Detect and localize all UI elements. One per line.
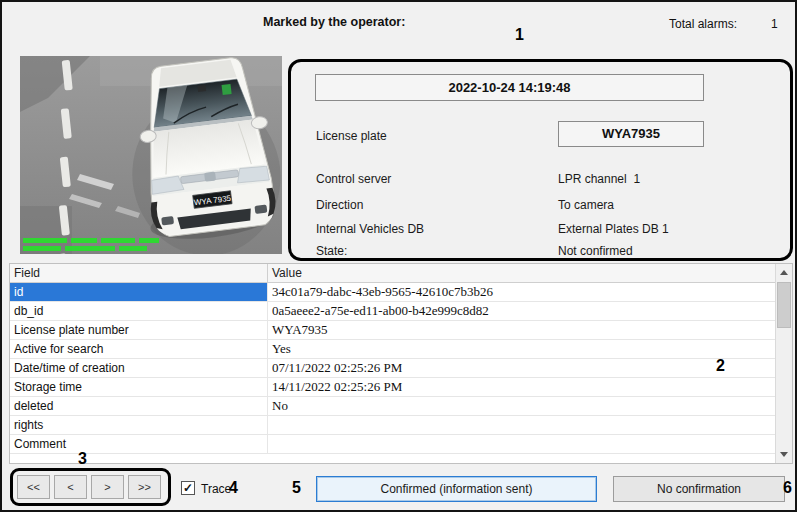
event-datetime-box: 2022-10-24 14:19:48 bbox=[315, 74, 704, 101]
camera-snapshot: WYA 7935 bbox=[20, 56, 282, 254]
scroll-up-icon bbox=[780, 270, 788, 275]
field-cell[interactable]: Date/time of creation bbox=[10, 359, 268, 377]
table-row[interactable]: db_id 0a5aeee2-a75e-ed11-ab00-b42e999c8d… bbox=[10, 302, 775, 321]
value-cell[interactable]: WYA7935 bbox=[268, 321, 775, 339]
table-row[interactable]: Storage time 14/11/2022 02:25:26 PM bbox=[10, 378, 775, 397]
field-cell[interactable]: Storage time bbox=[10, 378, 268, 396]
page-title: Marked by the operator: bbox=[263, 15, 405, 29]
annotation-4: 4 bbox=[229, 479, 238, 497]
trace-label: Trace bbox=[201, 482, 231, 496]
table-row[interactable]: Active for search Yes bbox=[10, 340, 775, 359]
field-cell[interactable]: Comment bbox=[10, 435, 268, 453]
table-row[interactable]: deleted No bbox=[10, 397, 775, 416]
field-cell[interactable]: deleted bbox=[10, 397, 268, 415]
nav-last-button[interactable]: >> bbox=[128, 475, 161, 499]
annotation-5: 5 bbox=[292, 479, 301, 497]
value-cell[interactable]: 14/11/2022 02:25:26 PM bbox=[268, 378, 775, 396]
nav-first-button[interactable]: << bbox=[17, 475, 50, 499]
table-row[interactable]: id 34c01a79-dabc-43eb-9565-42610c7b3b26 bbox=[10, 283, 775, 302]
vertical-scrollbar[interactable] bbox=[775, 264, 792, 463]
checkmark-icon: ✓ bbox=[183, 482, 193, 494]
table-row[interactable]: Date/time of creation 07/11/2022 02:25:2… bbox=[10, 359, 775, 378]
direction-label: Direction bbox=[316, 198, 363, 212]
direction-value: To camera bbox=[558, 198, 614, 212]
value-cell[interactable]: Yes bbox=[268, 340, 775, 358]
internal-db-value: External Plates DB 1 bbox=[558, 222, 669, 236]
trace-checkbox[interactable]: ✓ bbox=[181, 481, 195, 495]
field-cell[interactable]: id bbox=[10, 283, 268, 301]
total-alarms-value: 1 bbox=[771, 17, 778, 31]
table-row[interactable]: License plate number WYA7935 bbox=[10, 321, 775, 340]
annotation-3: 3 bbox=[78, 450, 87, 468]
field-cell[interactable]: db_id bbox=[10, 302, 268, 320]
internal-db-label: Internal Vehicles DB bbox=[316, 222, 424, 236]
confirmed-button[interactable]: Confirmed (information sent) bbox=[316, 476, 597, 502]
table-header-row: Field Value bbox=[10, 264, 775, 283]
column-header-value[interactable]: Value bbox=[268, 264, 775, 282]
windshield-sticker bbox=[222, 84, 232, 95]
value-cell[interactable]: No bbox=[268, 397, 775, 415]
table-row[interactable]: Comment bbox=[10, 435, 775, 454]
lpr-alarm-window: Marked by the operator: Total alarms: 1 … bbox=[0, 0, 797, 512]
value-cell[interactable] bbox=[268, 416, 775, 434]
control-server-label: Control server bbox=[316, 172, 391, 186]
nav-prev-button[interactable]: < bbox=[54, 475, 87, 499]
column-header-field[interactable]: Field bbox=[10, 264, 268, 282]
scroll-down-button[interactable] bbox=[776, 446, 792, 463]
state-value: Not confirmed bbox=[558, 244, 633, 258]
scroll-down-icon bbox=[780, 452, 788, 457]
field-cell[interactable]: Active for search bbox=[10, 340, 268, 358]
properties-table: Field Value id 34c01a79-dabc-43eb-9565-4… bbox=[9, 263, 793, 464]
license-plate-label: License plate bbox=[316, 129, 387, 143]
scrollbar-thumb[interactable] bbox=[777, 282, 791, 328]
nav-next-button[interactable]: > bbox=[91, 475, 124, 499]
license-plate-value-box: WYA7935 bbox=[558, 121, 704, 147]
value-cell[interactable]: 0a5aeee2-a75e-ed11-ab00-b42e999c8d82 bbox=[268, 302, 775, 320]
scroll-up-button[interactable] bbox=[776, 264, 792, 281]
control-server-value: LPR channel 1 bbox=[558, 172, 640, 186]
camera-image: WYA 7935 bbox=[20, 56, 282, 254]
total-alarms-label: Total alarms: bbox=[669, 17, 737, 31]
value-cell[interactable] bbox=[268, 435, 775, 453]
annotation-2: 2 bbox=[716, 357, 725, 375]
field-cell[interactable]: License plate number bbox=[10, 321, 268, 339]
state-label: State: bbox=[316, 244, 347, 258]
table-row[interactable]: rights bbox=[10, 416, 775, 435]
value-cell[interactable]: 07/11/2022 02:25:26 PM bbox=[268, 359, 775, 377]
value-cell[interactable]: 34c01a79-dabc-43eb-9565-42610c7b3b26 bbox=[268, 283, 775, 301]
annotation-6: 6 bbox=[783, 479, 792, 497]
field-cell[interactable]: rights bbox=[10, 416, 268, 434]
no-confirmation-button[interactable]: No confirmation bbox=[613, 476, 785, 502]
annotation-1: 1 bbox=[515, 26, 524, 44]
